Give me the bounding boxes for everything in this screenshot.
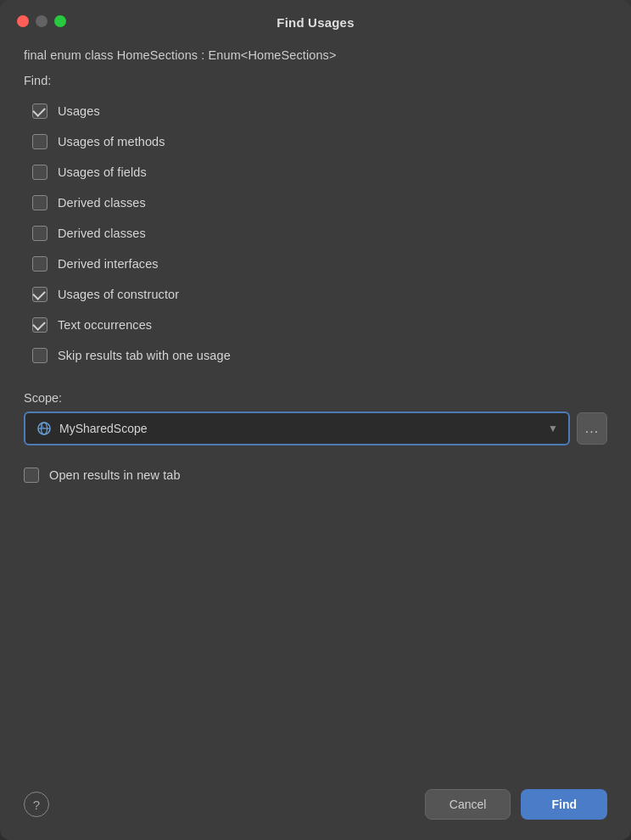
- scope-icon: [36, 420, 53, 437]
- scope-label: Scope:: [24, 391, 607, 405]
- checkbox-skip-results-label: Skip results tab with one usage: [58, 349, 231, 362]
- checkbox-usages[interactable]: Usages: [32, 96, 607, 126]
- checkbox-derived-classes-2-label: Derived classes: [58, 227, 146, 240]
- scope-section: Scope: MySharedScope ▼ ...: [24, 391, 607, 445]
- checkbox-usages-of-fields[interactable]: Usages of fields: [32, 157, 607, 188]
- checkbox-derived-classes-2[interactable]: Derived classes: [32, 218, 607, 249]
- checkbox-usages-label: Usages: [58, 104, 100, 118]
- checkbox-usages-of-constructor[interactable]: Usages of constructor: [32, 279, 607, 310]
- open-tab-checkbox-row[interactable]: Open results in new tab: [24, 462, 607, 488]
- checkboxes-section: Usages Usages of methods Usages of field…: [32, 96, 607, 371]
- open-tab-label: Open results in new tab: [49, 468, 181, 482]
- checkbox-derived-interfaces-label: Derived interfaces: [58, 257, 159, 271]
- find-button[interactable]: Find: [521, 789, 607, 820]
- close-button[interactable]: [17, 15, 29, 27]
- checkbox-text-occurrences[interactable]: Text occurrences: [32, 310, 607, 340]
- checkbox-usages-of-fields-box[interactable]: [32, 165, 47, 180]
- scope-selected-text: MySharedScope: [59, 422, 541, 435]
- minimize-button[interactable]: [36, 15, 47, 27]
- checkbox-derived-interfaces[interactable]: Derived interfaces: [32, 249, 607, 279]
- checkbox-usages-of-fields-label: Usages of fields: [58, 165, 147, 179]
- dialog-title: Find Usages: [276, 15, 354, 30]
- find-usages-dialog: Find Usages final enum class HomeSection…: [0, 0, 631, 840]
- checkbox-derived-classes-1-label: Derived classes: [58, 196, 146, 210]
- checkbox-skip-results[interactable]: Skip results tab with one usage: [32, 340, 607, 371]
- checkbox-usages-box[interactable]: [32, 104, 47, 119]
- title-bar: Find Usages: [0, 0, 631, 38]
- checkbox-usages-of-constructor-label: Usages of constructor: [58, 288, 179, 301]
- checkbox-usages-of-methods[interactable]: Usages of methods: [32, 126, 607, 157]
- scope-row: MySharedScope ▼ ...: [24, 412, 607, 445]
- scope-dropdown[interactable]: MySharedScope ▼: [24, 412, 570, 445]
- checkbox-derived-classes-1-box[interactable]: [32, 195, 47, 210]
- dropdown-arrow-icon: ▼: [548, 423, 558, 434]
- checkbox-usages-of-methods-box[interactable]: [32, 134, 47, 149]
- checkbox-usages-of-constructor-box[interactable]: [32, 287, 47, 302]
- checkbox-usages-of-methods-label: Usages of methods: [58, 135, 165, 148]
- checkbox-derived-classes-1[interactable]: Derived classes: [32, 188, 607, 218]
- help-button[interactable]: ?: [24, 792, 49, 817]
- dialog-body: final enum class HomeSections : Enum<Hom…: [0, 38, 631, 776]
- checkbox-text-occurrences-label: Text occurrences: [58, 318, 152, 332]
- checkbox-derived-interfaces-box[interactable]: [32, 256, 47, 272]
- scope-more-button[interactable]: ...: [577, 412, 607, 445]
- maximize-button[interactable]: [54, 15, 66, 27]
- dialog-footer: ? Cancel Find: [0, 776, 631, 840]
- entity-label: final enum class HomeSections : Enum<Hom…: [24, 48, 607, 62]
- find-section-label: Find:: [24, 74, 607, 87]
- checkbox-text-occurrences-box[interactable]: [32, 317, 47, 333]
- checkbox-skip-results-box[interactable]: [32, 348, 47, 363]
- window-controls: [17, 15, 66, 27]
- checkbox-derived-classes-2-box[interactable]: [32, 226, 47, 241]
- footer-buttons: Cancel Find: [425, 789, 607, 820]
- open-tab-checkbox-box[interactable]: [24, 468, 39, 483]
- cancel-button[interactable]: Cancel: [425, 789, 511, 820]
